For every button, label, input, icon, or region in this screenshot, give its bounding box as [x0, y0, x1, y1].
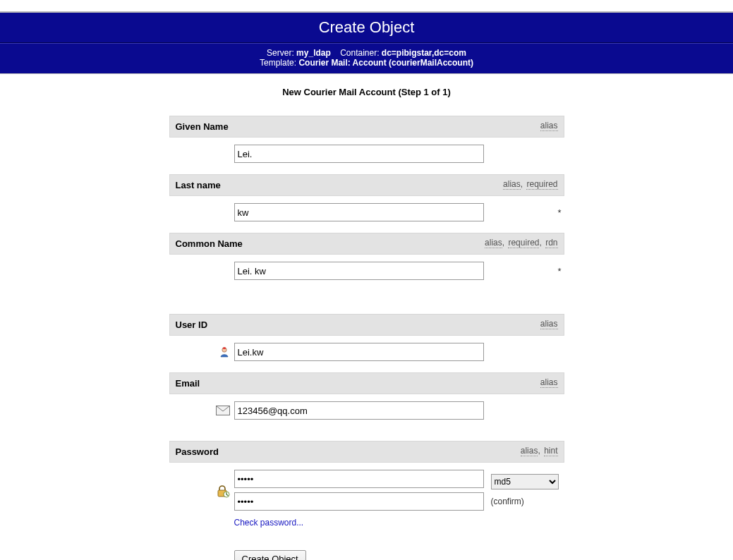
common-name-input[interactable] — [234, 262, 484, 280]
password-tags: alias, hint — [519, 446, 558, 456]
required-asterisk: * — [557, 207, 561, 218]
given-name-tags: alias — [539, 121, 558, 130]
create-object-button[interactable]: Create Object — [234, 550, 306, 560]
tag-rdn: rdn — [545, 238, 557, 248]
template-label: Template: — [260, 58, 296, 68]
last-name-input[interactable] — [234, 203, 484, 221]
context-info-bar: Server: my_ldap Container: dc=pibigstar,… — [0, 43, 733, 74]
last-name-label: Last name — [176, 180, 221, 190]
password-confirm-input[interactable] — [234, 492, 484, 511]
common-name-header: Common Name alias, required, rdn — [169, 233, 564, 255]
last-name-header: Last name alias, required — [169, 174, 564, 196]
template-value: Courier Mail: Account (courierMailAccoun… — [298, 58, 473, 68]
email-input[interactable] — [234, 401, 484, 420]
tag-required: required — [508, 238, 539, 248]
password-label: Password — [176, 446, 219, 457]
tag-alias: alias — [485, 238, 502, 248]
check-password-link[interactable]: Check password... — [234, 518, 304, 528]
form-subtitle: New Courier Mail Account (Step 1 of 1) — [0, 74, 733, 106]
email-tags: alias — [539, 377, 558, 387]
required-asterisk: * — [557, 266, 561, 276]
tag-alias: alias — [521, 446, 538, 456]
given-name-header: Given Name alias — [169, 116, 564, 138]
user-id-label: User ID — [176, 319, 208, 330]
user-id-tags: alias — [539, 319, 558, 329]
common-name-label: Common Name — [176, 238, 243, 249]
server-value: my_ldap — [296, 48, 331, 58]
server-label: Server: — [267, 48, 294, 58]
mail-icon — [216, 406, 230, 415]
lock-icon — [216, 484, 230, 498]
container-value: dc=pibigstar,dc=com — [382, 48, 466, 58]
svg-rect-1 — [223, 348, 226, 349]
common-name-tags: alias, required, rdn — [483, 238, 557, 248]
tag-alias: alias — [540, 377, 558, 388]
confirm-label: (confirm) — [491, 497, 524, 506]
user-icon — [219, 346, 230, 358]
last-name-tags: alias, required — [502, 179, 557, 189]
user-id-input[interactable] — [234, 343, 484, 361]
tag-hint: hint — [544, 446, 557, 456]
password-input[interactable] — [234, 470, 484, 488]
container-label: Container: — [340, 48, 379, 58]
user-id-header: User ID alias — [169, 314, 564, 336]
given-name-label: Given Name — [176, 121, 229, 132]
tag-alias: alias — [503, 179, 521, 190]
password-header: Password alias, hint — [169, 441, 564, 463]
password-hash-select[interactable]: md5shasshacryptclear — [491, 474, 559, 489]
given-name-input[interactable] — [234, 145, 484, 163]
tag-alias: alias — [540, 319, 558, 329]
page-title: Create Object — [0, 13, 733, 43]
email-label: Email — [176, 378, 200, 389]
create-object-form: Given Name alias Last name alias, requir… — [169, 116, 564, 560]
email-header: Email alias — [169, 372, 564, 394]
tag-alias: alias — [540, 121, 558, 131]
tag-required: required — [526, 179, 557, 190]
